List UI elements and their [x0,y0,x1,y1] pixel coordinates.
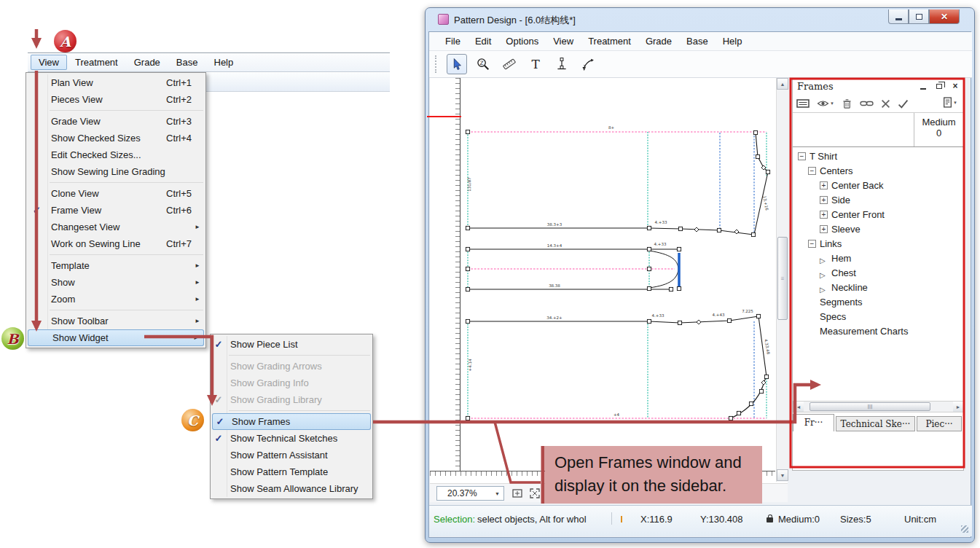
list-button[interactable] [796,98,810,109]
app-menu-item[interactable]: Grade [638,34,679,48]
view-menu-item[interactable]: ✓ Changeset View ► [26,219,205,235]
tree-expander-icon[interactable] [820,254,828,262]
menubar-item[interactable]: Help [206,55,242,70]
app-menu-item[interactable]: File [438,34,468,48]
view-menu-item[interactable]: ✓ Show ► [26,274,205,291]
size-column-header[interactable]: Medium 0 [914,113,963,146]
menubar-item[interactable]: Grade [126,55,168,70]
submenu-item[interactable]: ✓ Show Grading Info ► [211,375,372,391]
scroll-up-button[interactable]: ▲ [777,78,788,90]
resize-grip[interactable] [961,525,968,533]
view-menu-item[interactable]: ✓ Plan View Ctrl+1 ► [26,74,205,91]
tree-expander-icon[interactable] [798,152,806,160]
frames-tree-item[interactable]: Specs [793,309,963,324]
frames-tree-item[interactable]: Chest [793,265,963,280]
view-menu-item[interactable]: ✓ Show Checked Sizes Ctrl+4 ► [26,130,205,146]
fit-page-button[interactable] [511,488,523,502]
app-menu-item[interactable]: Options [498,34,546,48]
zoom-tool-button[interactable]: Z [473,54,493,74]
app-menu-item[interactable]: Help [716,34,750,48]
app-menu-item[interactable]: Base [679,34,716,48]
menubar-item[interactable]: Base [168,55,206,70]
pin-tool-button[interactable] [552,54,572,74]
panel-horizontal-scrollbar[interactable]: ◄ ⦀⦀ ► [793,401,964,412]
sidebar-tab[interactable]: Technical Ske··· [836,416,915,431]
link-button[interactable] [860,99,874,108]
sidebar-tab[interactable]: Piec··· [917,416,962,431]
frames-tree-item[interactable]: Side [793,192,963,207]
tree-expander-icon[interactable] [820,225,828,233]
canvas-vertical-scrollbar[interactable]: ▲ ≡ ▼ [776,78,788,482]
scroll-left-button[interactable]: ◄ [793,402,804,412]
frames-tree-item[interactable]: Segments [793,294,963,309]
tree-expander-icon[interactable] [820,283,828,291]
sidebar-tab[interactable]: Fr··· [793,414,834,431]
view-menu-item[interactable]: ✓ Zoom ► [26,291,205,308]
view-menu-item[interactable]: ✓ Frame View Ctrl+6 ► [26,202,205,219]
tree-expander-icon[interactable] [820,181,828,189]
panel-minimize-button[interactable] [918,82,928,91]
panel-close-button[interactable]: × [950,82,960,91]
view-menu-item[interactable]: ✓ Pieces View Ctrl+2 ► [26,91,205,108]
frames-tree-item[interactable]: T Shirt [793,149,963,163]
submenu-item[interactable]: ✓ Show Piece List ► [211,336,372,353]
submenu-item[interactable]: ✓ Show Technical Sketches ► [211,430,372,447]
report-button[interactable]: ▼ [943,97,957,108]
delete-trash-button[interactable] [842,98,852,109]
submenu-item[interactable]: ✓ Show Pattern Assistant ► [211,447,372,463]
delete-x-button[interactable] [881,99,890,109]
submenu-item[interactable]: ✓ Show Seam Allowance Library ► [211,480,372,497]
fit-selection-button[interactable] [529,488,541,502]
tree-expander-icon[interactable] [820,211,828,219]
visibility-eye-button[interactable]: ▼ [817,98,834,109]
frames-tree-item[interactable]: Hem [793,251,963,265]
minimize-button[interactable] [888,9,909,24]
view-menu-item[interactable]: ✓ Show Toolbar ► [26,313,205,329]
view-menu-item[interactable]: ✓ Edit Checked Sizes... ► [26,146,205,163]
view-menu-item[interactable]: ✓ Template ► [26,257,205,274]
menubar-item[interactable]: View [31,55,67,70]
view-menu-item[interactable]: ✓ Show Sewing Line Grading ► [26,163,205,180]
frames-tree-item[interactable]: Measurement Charts [793,324,963,338]
tree-expander-icon[interactable] [808,240,816,248]
view-menu-item[interactable]: ✓ Work on Sewing Line Ctrl+7 ► [26,235,205,252]
view-menu-item[interactable]: ✓ Clone View Ctrl+5 ► [26,185,205,202]
frames-tree-item[interactable]: Center Front [793,207,963,222]
frames-tree-item[interactable]: Centers [793,163,963,178]
apply-check-button[interactable] [898,99,909,109]
menubar-item[interactable]: Treatment [67,55,126,70]
tree-expander-icon[interactable] [820,269,828,277]
panel-float-button[interactable] [934,82,944,91]
maximize-button[interactable] [909,9,929,24]
submenu-item[interactable]: ✓ Show Pattern Template ► [211,463,372,480]
scroll-down-button[interactable]: ▼ [777,469,788,481]
zoom-level-select[interactable]: 20.37% ▼ [436,486,504,501]
toolbar-drag-handle[interactable] [435,55,438,73]
app-menu-item[interactable]: Treatment [581,34,638,48]
measure-tool-button[interactable] [499,54,520,74]
tree-expander-icon[interactable] [820,196,828,204]
scroll-thumb[interactable]: ⦀⦀ [810,402,930,411]
submenu-item[interactable]: ✓ Show Grading Library ► [211,391,372,408]
scroll-thumb[interactable]: ≡ [777,237,788,320]
design-canvas[interactable]: 38.3+3 4.+33 8+ 131/87 13.+16 14.3+4 38.… [430,78,788,483]
frames-tree-item[interactable]: Center Back [793,178,963,192]
select-tool-button[interactable] [447,54,467,74]
submenu-item[interactable]: ✓ Show Grading Arrows ► [211,358,372,375]
frames-tree-item[interactable]: Neckline [793,280,963,294]
view-menu-item[interactable]: ✓ Grade View Ctrl+3 ► [26,113,205,130]
curve-arrow-icon [581,58,595,71]
menu-item-label: Show Piece List [227,339,298,350]
view-menu-item[interactable]: ✓ Show Widget ► [28,329,204,346]
tree-expander-icon[interactable] [808,167,816,175]
frames-tree-item[interactable]: Sleeve [793,222,963,236]
app-menu-item[interactable]: View [546,34,581,48]
curve-tool-button[interactable] [578,54,598,74]
submenu-item[interactable]: ✓ Show Frames ► [212,413,371,430]
scroll-right-button[interactable]: ► [953,402,963,412]
title-bar[interactable]: Pattern Design - [6.0结构线*] ✕ [426,8,974,31]
frames-tree-item[interactable]: Links [793,236,963,251]
text-tool-button[interactable]: T [525,54,546,74]
app-menu-item[interactable]: Edit [468,34,498,48]
close-button[interactable]: ✕ [929,9,960,24]
